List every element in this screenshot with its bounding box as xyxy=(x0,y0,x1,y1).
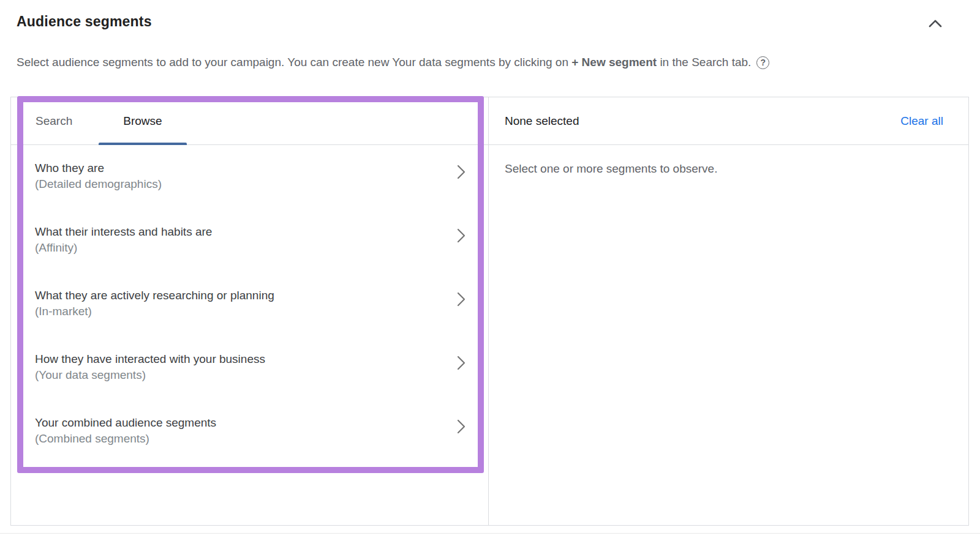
tab-browse[interactable]: Browse xyxy=(99,97,186,144)
list-item-title: What their interests and habits are xyxy=(35,224,445,240)
list-item-combined-segments[interactable]: Your combined audience segments (Combine… xyxy=(11,400,488,463)
list-item-title: Your combined audience segments xyxy=(35,415,445,431)
list-item-title: How they have interacted with your busin… xyxy=(35,351,445,367)
chevron-right-icon xyxy=(456,228,466,243)
help-icon[interactable]: ? xyxy=(756,56,769,69)
list-item-subtitle: (Combined segments) xyxy=(35,431,445,447)
list-item-subtitle: (Your data segments) xyxy=(35,367,445,383)
list-item-subtitle: (Affinity) xyxy=(35,240,445,256)
picker-tabs: Search Browse xyxy=(11,97,488,145)
list-item-subtitle: (In-market) xyxy=(35,304,445,319)
segment-picker-panel: Search Browse Who they are (Detailed dem… xyxy=(11,97,489,525)
list-item-subtitle: (Detailed demographics) xyxy=(35,176,445,192)
tab-search[interactable]: Search xyxy=(22,97,86,144)
tab-browse-label: Browse xyxy=(123,114,162,128)
list-item-title: What they are actively researching or pl… xyxy=(35,288,445,304)
collapse-section-button[interactable] xyxy=(922,13,949,34)
chevron-right-icon xyxy=(456,356,466,370)
chevron-right-icon xyxy=(456,419,466,434)
selection-header: None selected Clear all xyxy=(489,97,968,145)
list-item-affinity[interactable]: What their interests and habits are (Aff… xyxy=(11,209,488,272)
browse-category-list: Who they are (Detailed demographics) Wha… xyxy=(11,145,488,525)
chevron-right-icon xyxy=(456,165,466,179)
selection-empty-message: Select one or more segments to observe. xyxy=(489,145,968,193)
clear-all-button[interactable]: Clear all xyxy=(900,114,943,128)
list-item-in-market[interactable]: What they are actively researching or pl… xyxy=(11,272,488,336)
description-text: Select audience segments to add to your … xyxy=(17,56,571,69)
selection-panel: None selected Clear all Select one or mo… xyxy=(489,97,968,525)
chevron-right-icon xyxy=(456,292,466,307)
audience-segments-card: Search Browse Who they are (Detailed dem… xyxy=(10,97,969,526)
list-item-title: Who they are xyxy=(35,160,445,176)
new-segment-emphasis: + New segment xyxy=(571,56,657,69)
section-description: Select audience segments to add to your … xyxy=(17,56,935,69)
section-divider xyxy=(0,533,980,534)
list-item-your-data-segments[interactable]: How they have interacted with your busin… xyxy=(11,336,488,400)
chevron-up-icon xyxy=(926,18,944,30)
list-item-detailed-demographics[interactable]: Who they are (Detailed demographics) xyxy=(11,145,488,209)
page-title: Audience segments xyxy=(17,13,152,30)
selection-count-label: None selected xyxy=(505,114,579,128)
description-text-suffix: in the Search tab. xyxy=(657,56,751,69)
